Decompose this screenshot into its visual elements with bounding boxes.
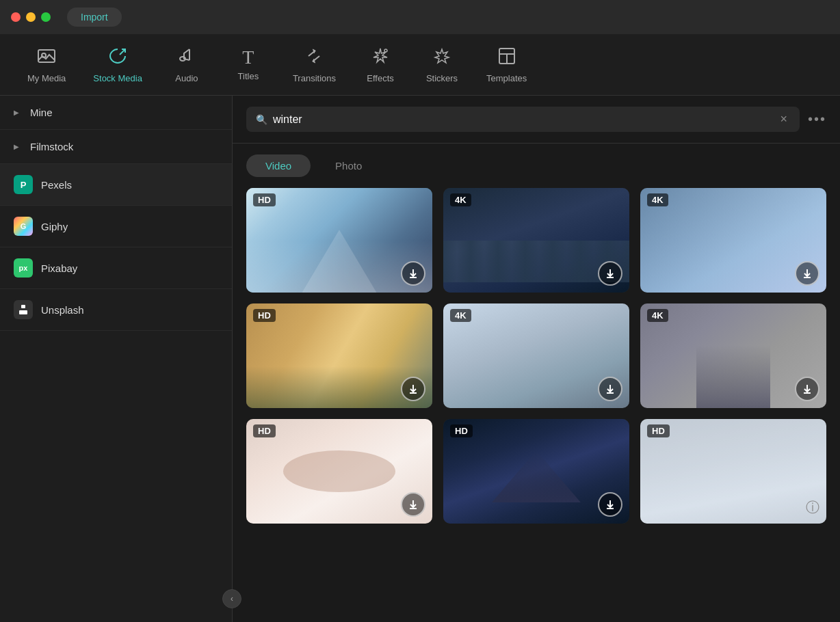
stock-media-icon xyxy=(108,46,127,69)
sidebar-item-filmstock[interactable]: ▶ Filmstock xyxy=(0,130,232,164)
download-button-6[interactable] xyxy=(795,377,819,401)
filmstock-arrow-icon: ▶ xyxy=(14,143,19,150)
templates-icon xyxy=(497,46,516,69)
video-card-6[interactable]: 4K xyxy=(640,303,826,408)
video-grid-area[interactable]: HD 4K xyxy=(233,188,840,622)
mine-arrow-icon: ▶ xyxy=(14,109,19,116)
nav-label-audio: Audio xyxy=(175,73,198,83)
sidebar-item-pixabay-label: Pixabay xyxy=(41,262,77,274)
sidebar-collapse-button[interactable]: ‹ xyxy=(222,589,241,608)
nav-item-titles[interactable]: T Titles xyxy=(218,42,279,87)
svg-rect-0 xyxy=(38,50,55,62)
sidebar-item-filmstock-label: Filmstock xyxy=(30,141,73,152)
warn-badge-9: ⓘ xyxy=(806,498,819,517)
effects-icon xyxy=(371,46,390,69)
download-button-4[interactable] xyxy=(401,377,425,401)
search-input[interactable] xyxy=(273,113,772,126)
sidebar-item-unsplash-label: Unsplash xyxy=(41,304,84,316)
quality-badge-1: HD xyxy=(253,193,276,206)
video-grid: HD 4K xyxy=(246,188,826,524)
search-input-wrap[interactable]: 🔍 × xyxy=(246,107,800,132)
transitions-icon xyxy=(304,46,324,69)
quality-badge-4: HD xyxy=(253,309,276,322)
unsplash-icon xyxy=(14,300,33,319)
stickers-icon xyxy=(432,46,451,69)
nav-label-templates: Templates xyxy=(486,73,527,83)
close-button[interactable] xyxy=(11,12,21,22)
pexels-icon: P xyxy=(14,175,33,194)
quality-badge-2: 4K xyxy=(450,193,471,206)
nav-label-transitions: Transitions xyxy=(293,73,336,83)
minimize-button[interactable] xyxy=(26,12,36,22)
clear-search-button[interactable]: × xyxy=(777,112,790,126)
nav-label-my-media: My Media xyxy=(27,73,66,83)
nav-item-stickers[interactable]: Stickers xyxy=(411,41,473,89)
search-bar: 🔍 × ••• xyxy=(233,96,840,144)
svg-line-2 xyxy=(120,49,125,55)
svg-point-4 xyxy=(384,49,387,52)
nav-label-titles: Titles xyxy=(238,71,259,81)
nav-label-effects: Effects xyxy=(367,73,394,83)
video-card-8[interactable]: HD xyxy=(443,419,629,524)
import-button[interactable]: Import xyxy=(67,8,122,27)
quality-badge-5: 4K xyxy=(450,309,471,322)
nav-item-my-media[interactable]: My Media xyxy=(14,41,79,89)
download-button-2[interactable] xyxy=(598,261,622,286)
video-card-1[interactable]: HD xyxy=(246,188,432,293)
video-card-7[interactable]: HD xyxy=(246,419,432,524)
quality-badge-3: 4K xyxy=(647,193,668,206)
tab-video[interactable]: Video xyxy=(246,154,311,177)
download-button-5[interactable] xyxy=(598,377,622,401)
sidebar-item-pexels[interactable]: P Pexels xyxy=(0,164,232,206)
download-button-3[interactable] xyxy=(795,261,819,286)
sidebar-item-unsplash[interactable]: Unsplash xyxy=(0,289,232,331)
video-card-5[interactable]: 4K xyxy=(443,303,629,408)
sidebar-item-mine[interactable]: ▶ Mine xyxy=(0,96,232,130)
sidebar-item-giphy-label: Giphy xyxy=(41,221,68,232)
main-area: ▶ Mine ▶ Filmstock P Pexels G Giphy px P… xyxy=(0,96,840,622)
more-options-button[interactable]: ••• xyxy=(808,111,826,127)
navbar: My Media Stock Media Audio T Titles xyxy=(0,34,840,96)
my-media-icon xyxy=(37,46,56,69)
video-card-3[interactable]: 4K xyxy=(640,188,826,293)
giphy-icon: G xyxy=(14,217,33,236)
maximize-button[interactable] xyxy=(41,12,51,22)
download-button-8[interactable] xyxy=(598,492,622,517)
search-icon: 🔍 xyxy=(256,114,267,125)
sidebar-item-pixabay[interactable]: px Pixabay xyxy=(0,247,232,289)
svg-rect-9 xyxy=(19,310,27,314)
tab-photo[interactable]: Photo xyxy=(316,154,381,177)
titlebar: Import xyxy=(0,0,840,34)
nav-item-audio[interactable]: Audio xyxy=(156,41,218,89)
quality-badge-6: 4K xyxy=(647,309,668,322)
quality-badge-7: HD xyxy=(253,424,276,437)
sidebar-item-giphy[interactable]: G Giphy xyxy=(0,206,232,247)
download-button-7[interactable] xyxy=(401,492,425,517)
pixabay-icon: px xyxy=(14,258,33,278)
video-card-4[interactable]: HD xyxy=(246,303,432,408)
media-tabs: Video Photo xyxy=(233,144,840,188)
nav-label-stickers: Stickers xyxy=(426,73,458,83)
nav-item-templates[interactable]: Templates xyxy=(473,41,540,89)
quality-badge-8: HD xyxy=(450,424,473,437)
nav-item-effects[interactable]: Effects xyxy=(350,41,411,89)
svg-rect-8 xyxy=(21,305,25,308)
sidebar-item-mine-label: Mine xyxy=(30,107,53,118)
video-card-9[interactable]: HD ⓘ xyxy=(640,419,826,524)
nav-label-stock-media: Stock Media xyxy=(93,73,142,83)
download-button-1[interactable] xyxy=(401,261,425,286)
sidebar-item-pexels-label: Pexels xyxy=(41,179,72,191)
audio-icon xyxy=(177,46,196,69)
titles-icon: T xyxy=(242,48,254,67)
sidebar: ▶ Mine ▶ Filmstock P Pexels G Giphy px P… xyxy=(0,96,233,622)
quality-badge-9: HD xyxy=(647,424,670,437)
nav-item-transitions[interactable]: Transitions xyxy=(279,41,350,89)
content-area: 🔍 × ••• Video Photo HD xyxy=(233,96,840,622)
video-card-2[interactable]: 4K xyxy=(443,188,629,293)
nav-item-stock-media[interactable]: Stock Media xyxy=(79,41,156,89)
